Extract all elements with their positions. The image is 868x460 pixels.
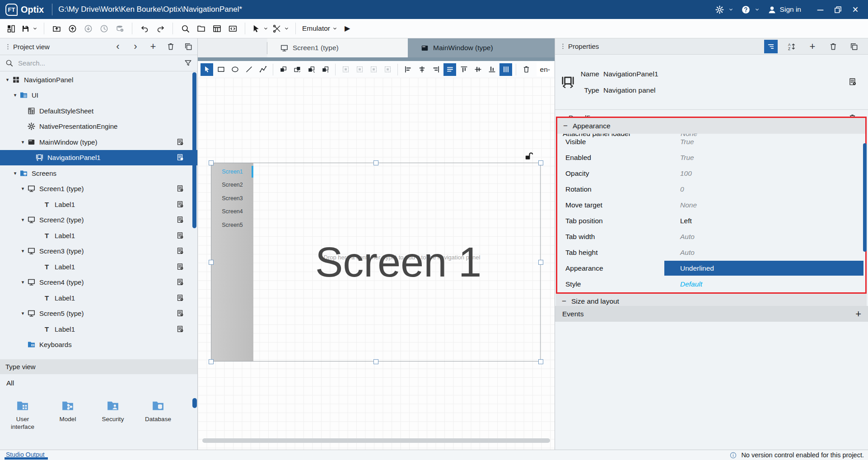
tree-item[interactable]: ▾ T Label1	[0, 290, 197, 306]
properties-header-button[interactable]	[847, 40, 861, 53]
design-tool-button[interactable]	[291, 63, 303, 76]
design-tool-button[interactable]	[305, 63, 317, 76]
property-value[interactable]: Auto	[680, 249, 695, 257]
selection-handle[interactable]	[538, 260, 543, 265]
type-view-scrollbar[interactable]	[192, 398, 197, 408]
property-value[interactable]: Underlined	[664, 261, 863, 276]
expand-caret-icon[interactable]: ▾	[19, 139, 27, 145]
selection-handle[interactable]	[538, 359, 543, 364]
help-chevron-icon[interactable]	[755, 7, 760, 12]
design-tool-button[interactable]	[319, 63, 331, 76]
property-value[interactable]: 0	[680, 185, 684, 193]
configure-type-icon[interactable]	[176, 294, 185, 302]
expand-caret-icon[interactable]: ▾	[11, 92, 19, 98]
design-tool-button[interactable]	[243, 63, 255, 76]
tab-mainwindow-type[interactable]: MainWindow (type)	[408, 38, 555, 57]
panel-header-button[interactable]	[166, 41, 175, 52]
design-tool-button[interactable]	[429, 63, 442, 76]
configure-type-icon[interactable]	[176, 247, 185, 255]
type-view-header[interactable]: Type view	[0, 359, 197, 374]
design-tool-button[interactable]	[353, 63, 366, 76]
selection-handle[interactable]	[209, 260, 214, 265]
property-row[interactable]: Appearance Underlined	[557, 260, 865, 276]
property-row[interactable]: Tab width Auto	[557, 229, 865, 244]
property-row[interactable]: Style Default	[557, 276, 865, 292]
type-category[interactable]: Database	[142, 399, 174, 431]
restore-button[interactable]	[831, 3, 845, 16]
expand-caret-icon[interactable]: ▾	[4, 77, 11, 83]
tree-item[interactable]: ▾ DefaultStyleSheet	[0, 103, 197, 119]
tree-item[interactable]: ▾ UI	[0, 88, 197, 103]
toolbar-button[interactable]	[154, 21, 167, 36]
properties-header-button[interactable]: +	[806, 40, 819, 53]
property-value[interactable]: None	[680, 201, 697, 209]
toolbar-button[interactable]	[226, 21, 239, 36]
design-tool-button[interactable]	[367, 63, 380, 76]
configure-type-icon[interactable]	[176, 278, 185, 286]
toolbar-button[interactable]: Emulator	[301, 21, 338, 36]
properties-header-button[interactable]	[764, 40, 778, 53]
expand-caret-icon[interactable]: ▾	[19, 310, 27, 316]
configure-type-icon[interactable]	[176, 200, 185, 209]
tree-item[interactable]: ▾ Screens	[0, 165, 197, 181]
panel-header-button[interactable]: +	[149, 41, 158, 52]
collapse-icon[interactable]: −	[563, 122, 568, 130]
tree-item[interactable]: ▾ Screen3 (type)	[0, 244, 197, 259]
settings-chevron-icon[interactable]	[728, 7, 733, 12]
design-tool-button[interactable]	[215, 63, 227, 76]
property-value[interactable]: Auto	[680, 233, 695, 241]
configure-type-icon[interactable]	[176, 309, 185, 318]
collapse-icon[interactable]: −	[562, 297, 566, 305]
tree-item[interactable]: ▾ Keyboards	[0, 337, 197, 353]
tree-item[interactable]: ▾ MainWindow (type)	[0, 134, 197, 150]
design-tool-button[interactable]	[339, 63, 352, 76]
nav-panel-tab[interactable]: Screen1	[211, 165, 253, 178]
toolbar-button[interactable]	[65, 21, 79, 36]
toolbar-button[interactable]	[97, 21, 111, 36]
selection-handle[interactable]	[373, 160, 378, 165]
configure-type-icon[interactable]	[848, 77, 858, 87]
search-bar[interactable]: Search...	[0, 55, 197, 71]
nav-panel-tab[interactable]: Screen3	[211, 192, 253, 205]
tree-item[interactable]: ▾ T Label1	[0, 259, 197, 275]
language-selector[interactable]: en-	[537, 62, 554, 76]
expand-caret-icon[interactable]: ▾	[19, 279, 27, 285]
toolbar-button[interactable]	[251, 21, 269, 36]
nav-panel-tab[interactable]: Screen5	[211, 218, 253, 232]
configure-type-icon[interactable]	[176, 153, 185, 162]
unlock-icon[interactable]	[524, 151, 534, 162]
nav-panel-tab[interactable]: Screen4	[211, 205, 253, 219]
sign-in-button[interactable]: Sign in	[767, 5, 801, 14]
property-row[interactable]: Enabled True	[557, 150, 865, 165]
toolbar-button[interactable]	[178, 21, 192, 36]
tree-item[interactable]: ▾ T Label1	[0, 197, 197, 212]
selection-handle[interactable]	[209, 359, 214, 364]
design-tool-button[interactable]	[415, 63, 428, 76]
properties-header-button[interactable]	[826, 40, 840, 53]
name-value[interactable]: NavigationPanel1	[603, 70, 658, 78]
selection-handle[interactable]	[209, 160, 214, 165]
size-and-layout-section-header[interactable]: − Size and layout	[556, 294, 867, 306]
design-tool-button[interactable]	[381, 63, 394, 76]
appearance-section-header[interactable]: − Appearance	[557, 118, 865, 134]
tree-item[interactable]: ▾ Screen1 (type)	[0, 181, 197, 197]
design-tool-button[interactable]	[499, 63, 512, 76]
tree-item[interactable]: ▾ T Label1	[0, 228, 197, 244]
design-tool-button[interactable]	[201, 63, 213, 76]
type-category[interactable]: Security	[97, 399, 129, 431]
search-input[interactable]: Search...	[18, 59, 184, 67]
tree-item[interactable]: ▾ NavigationPanel	[0, 72, 197, 88]
design-tool-button[interactable]	[443, 63, 456, 76]
properties-header-button[interactable]: AZ	[785, 40, 798, 53]
property-value[interactable]: 100	[680, 169, 692, 178]
design-tool-button[interactable]	[277, 63, 289, 76]
drag-grip-icon[interactable]	[560, 42, 566, 50]
property-value[interactable]: Left	[680, 217, 692, 225]
tree-item[interactable]: ▾ NavigationPanel1	[0, 150, 197, 166]
selection-handle[interactable]	[538, 160, 543, 165]
design-tool-button[interactable]	[485, 63, 498, 76]
property-row[interactable]: Tab position Left	[557, 213, 865, 229]
settings-icon[interactable]	[715, 5, 724, 14]
configure-type-icon[interactable]	[176, 325, 185, 333]
configure-type-icon[interactable]	[176, 184, 185, 193]
